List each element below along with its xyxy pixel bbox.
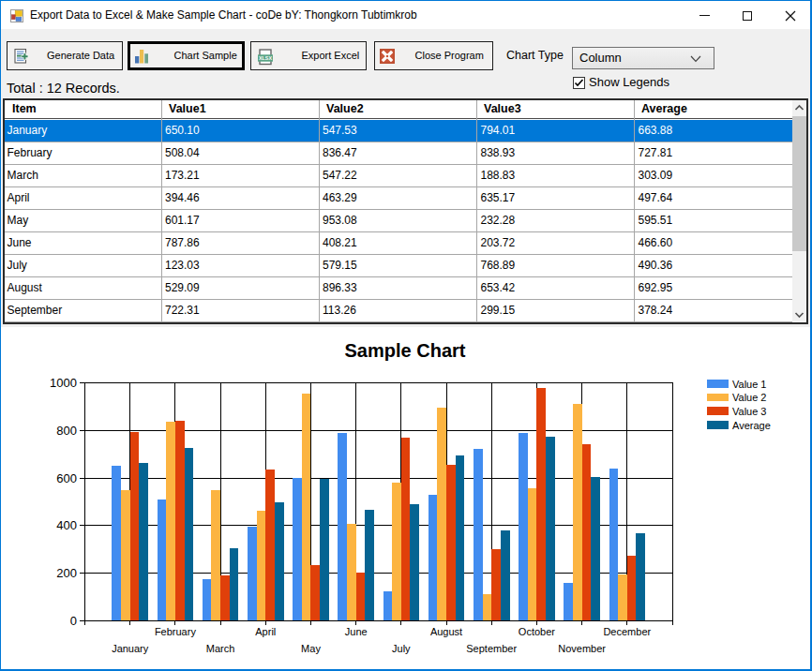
svg-text:April: April xyxy=(255,626,276,637)
svg-text:600: 600 xyxy=(56,471,77,485)
svg-text:November: November xyxy=(558,643,606,654)
svg-text:July: July xyxy=(392,643,411,654)
svg-text:September: September xyxy=(466,643,517,654)
svg-text:XLSX: XLSX xyxy=(259,55,272,61)
svg-text:Value 1: Value 1 xyxy=(732,379,767,390)
svg-text:200: 200 xyxy=(56,566,77,580)
svg-text:August: August xyxy=(430,626,462,637)
svg-text:March: March xyxy=(206,643,235,654)
svg-text:400: 400 xyxy=(56,518,77,532)
svg-text:1000: 1000 xyxy=(50,376,77,390)
svg-text:February: February xyxy=(155,626,197,637)
svg-text:0: 0 xyxy=(70,614,77,628)
svg-text:Value 3: Value 3 xyxy=(732,406,767,417)
svg-text:June: June xyxy=(345,626,368,637)
svg-text:January: January xyxy=(112,643,149,654)
svg-text:Average: Average xyxy=(732,420,771,431)
svg-text:Value 2: Value 2 xyxy=(732,392,767,403)
svg-text:May: May xyxy=(301,643,321,654)
svg-text:800: 800 xyxy=(56,424,77,438)
svg-text:December: December xyxy=(603,626,651,637)
svg-text:Sample Chart: Sample Chart xyxy=(345,340,466,361)
svg-text:October: October xyxy=(519,626,555,637)
